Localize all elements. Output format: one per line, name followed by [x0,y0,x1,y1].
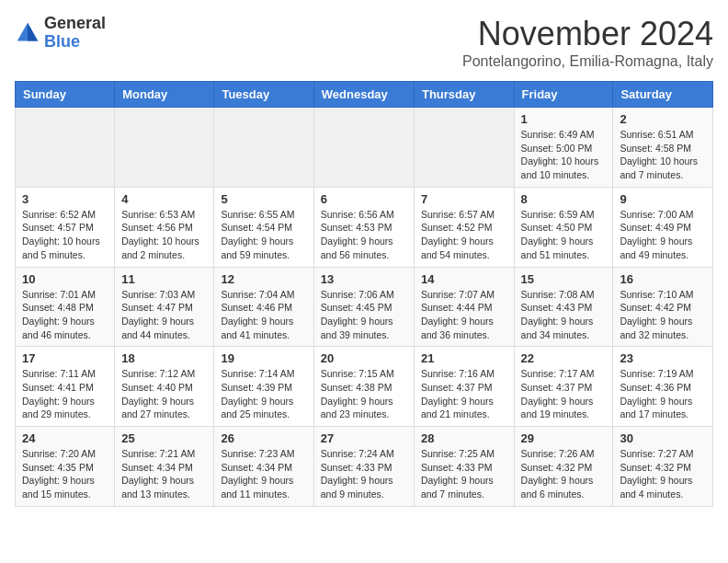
day-number: 4 [121,192,207,206]
calendar: SundayMondayTuesdayWednesdayThursdayFrid… [15,81,713,507]
calendar-cell: 12Sunrise: 7:04 AM Sunset: 4:46 PM Dayli… [214,267,313,347]
day-info: Sunrise: 7:25 AM Sunset: 4:33 PM Dayligh… [421,447,507,501]
calendar-cell: 23Sunrise: 7:19 AM Sunset: 4:36 PM Dayli… [613,347,713,427]
calendar-cell [16,108,115,188]
calendar-cell: 14Sunrise: 7:07 AM Sunset: 4:44 PM Dayli… [414,267,514,347]
day-info: Sunrise: 7:00 AM Sunset: 4:49 PM Dayligh… [620,208,706,262]
calendar-cell: 9Sunrise: 7:00 AM Sunset: 4:49 PM Daylig… [613,187,713,267]
logo: General Blue [15,15,106,52]
day-info: Sunrise: 7:20 AM Sunset: 4:35 PM Dayligh… [22,447,108,501]
day-number: 21 [421,351,507,365]
day-number: 19 [221,351,306,365]
day-info: Sunrise: 7:19 AM Sunset: 4:36 PM Dayligh… [620,367,706,421]
calendar-cell: 3Sunrise: 6:52 AM Sunset: 4:57 PM Daylig… [16,187,115,267]
header: General Blue November 2024 Pontelangorin… [15,15,713,70]
day-info: Sunrise: 7:08 AM Sunset: 4:43 PM Dayligh… [521,288,607,342]
day-number: 1 [521,112,607,126]
calendar-cell [313,108,414,188]
day-number: 8 [521,192,607,206]
calendar-cell: 28Sunrise: 7:25 AM Sunset: 4:33 PM Dayli… [414,427,514,507]
day-number: 23 [620,351,706,365]
day-of-week-header: Monday [115,82,214,108]
day-number: 27 [321,431,407,445]
day-info: Sunrise: 7:26 AM Sunset: 4:32 PM Dayligh… [521,447,607,501]
calendar-cell: 5Sunrise: 6:55 AM Sunset: 4:54 PM Daylig… [214,187,313,267]
day-info: Sunrise: 6:55 AM Sunset: 4:54 PM Dayligh… [221,208,306,262]
calendar-cell: 2Sunrise: 6:51 AM Sunset: 4:58 PM Daylig… [613,108,713,188]
day-number: 6 [321,192,407,206]
day-number: 13 [321,272,407,286]
day-info: Sunrise: 7:17 AM Sunset: 4:37 PM Dayligh… [521,367,607,421]
logo-icon [15,20,40,46]
day-number: 7 [421,192,507,206]
day-info: Sunrise: 6:53 AM Sunset: 4:56 PM Dayligh… [121,208,207,262]
day-number: 2 [620,112,706,126]
day-number: 28 [421,431,507,445]
calendar-cell: 4Sunrise: 6:53 AM Sunset: 4:56 PM Daylig… [115,187,214,267]
day-info: Sunrise: 6:49 AM Sunset: 5:00 PM Dayligh… [521,128,607,182]
day-number: 15 [521,272,607,286]
day-info: Sunrise: 6:52 AM Sunset: 4:57 PM Dayligh… [22,208,108,262]
calendar-cell: 26Sunrise: 7:23 AM Sunset: 4:34 PM Dayli… [214,427,313,507]
day-number: 26 [221,431,306,445]
day-number: 30 [620,431,706,445]
logo-text: General Blue [44,15,106,52]
day-info: Sunrise: 7:21 AM Sunset: 4:34 PM Dayligh… [121,447,207,501]
day-info: Sunrise: 6:51 AM Sunset: 4:58 PM Dayligh… [620,128,706,182]
logo-general-text: General [44,15,106,33]
day-of-week-header: Wednesday [313,82,414,108]
calendar-cell: 24Sunrise: 7:20 AM Sunset: 4:35 PM Dayli… [16,427,115,507]
day-info: Sunrise: 7:14 AM Sunset: 4:39 PM Dayligh… [221,367,306,421]
day-number: 9 [620,192,706,206]
day-of-week-header: Tuesday [214,82,313,108]
day-info: Sunrise: 7:03 AM Sunset: 4:47 PM Dayligh… [121,288,207,342]
day-number: 18 [121,351,207,365]
day-info: Sunrise: 7:23 AM Sunset: 4:34 PM Dayligh… [221,447,306,501]
calendar-cell: 10Sunrise: 7:01 AM Sunset: 4:48 PM Dayli… [16,267,115,347]
day-number: 22 [521,351,607,365]
calendar-cell: 6Sunrise: 6:56 AM Sunset: 4:53 PM Daylig… [313,187,414,267]
day-of-week-header: Friday [514,82,613,108]
day-number: 10 [22,272,108,286]
calendar-cell: 1Sunrise: 6:49 AM Sunset: 5:00 PM Daylig… [514,108,613,188]
day-info: Sunrise: 7:07 AM Sunset: 4:44 PM Dayligh… [421,288,507,342]
calendar-cell: 16Sunrise: 7:10 AM Sunset: 4:42 PM Dayli… [613,267,713,347]
calendar-cell: 21Sunrise: 7:16 AM Sunset: 4:37 PM Dayli… [414,347,514,427]
calendar-cell: 7Sunrise: 6:57 AM Sunset: 4:52 PM Daylig… [414,187,514,267]
calendar-cell: 19Sunrise: 7:14 AM Sunset: 4:39 PM Dayli… [214,347,313,427]
month-title: November 2024 [462,15,713,53]
calendar-cell: 17Sunrise: 7:11 AM Sunset: 4:41 PM Dayli… [16,347,115,427]
calendar-cell: 20Sunrise: 7:15 AM Sunset: 4:38 PM Dayli… [313,347,414,427]
calendar-cell: 15Sunrise: 7:08 AM Sunset: 4:43 PM Dayli… [514,267,613,347]
day-of-week-header: Sunday [16,82,115,108]
day-info: Sunrise: 7:06 AM Sunset: 4:45 PM Dayligh… [321,288,407,342]
day-number: 5 [221,192,306,206]
calendar-cell: 30Sunrise: 7:27 AM Sunset: 4:32 PM Dayli… [613,427,713,507]
calendar-cell [115,108,214,188]
calendar-cell: 11Sunrise: 7:03 AM Sunset: 4:47 PM Dayli… [115,267,214,347]
logo-blue-text: Blue [44,33,106,52]
day-number: 14 [421,272,507,286]
day-info: Sunrise: 7:04 AM Sunset: 4:46 PM Dayligh… [221,288,306,342]
day-info: Sunrise: 7:01 AM Sunset: 4:48 PM Dayligh… [22,288,108,342]
calendar-cell [414,108,514,188]
day-info: Sunrise: 7:27 AM Sunset: 4:32 PM Dayligh… [620,447,706,501]
day-info: Sunrise: 7:10 AM Sunset: 4:42 PM Dayligh… [620,288,706,342]
day-of-week-header: Thursday [414,82,514,108]
day-info: Sunrise: 6:56 AM Sunset: 4:53 PM Dayligh… [321,208,407,262]
day-info: Sunrise: 7:11 AM Sunset: 4:41 PM Dayligh… [22,367,108,421]
day-number: 29 [521,431,607,445]
day-number: 25 [121,431,207,445]
calendar-cell: 8Sunrise: 6:59 AM Sunset: 4:50 PM Daylig… [514,187,613,267]
calendar-cell [214,108,313,188]
day-info: Sunrise: 6:57 AM Sunset: 4:52 PM Dayligh… [421,208,507,262]
day-number: 16 [620,272,706,286]
day-info: Sunrise: 6:59 AM Sunset: 4:50 PM Dayligh… [521,208,607,262]
calendar-cell: 18Sunrise: 7:12 AM Sunset: 4:40 PM Dayli… [115,347,214,427]
day-info: Sunrise: 7:12 AM Sunset: 4:40 PM Dayligh… [121,367,207,421]
day-number: 11 [121,272,207,286]
day-number: 12 [221,272,306,286]
calendar-cell: 13Sunrise: 7:06 AM Sunset: 4:45 PM Dayli… [313,267,414,347]
location: Pontelangorino, Emilia-Romagna, Italy [462,53,713,70]
svg-marker-1 [28,23,38,41]
